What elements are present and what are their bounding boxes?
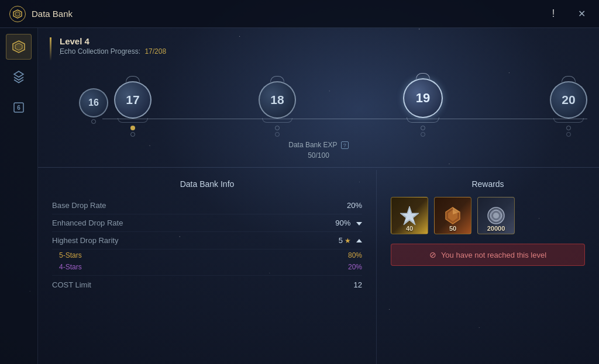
section-divider <box>38 167 599 168</box>
header-divider <box>50 37 51 61</box>
node-18-circle <box>275 132 280 137</box>
rewards-panel: Rewards 40 <box>377 170 599 364</box>
reward-1-count: 40 <box>406 225 413 232</box>
node-16-dot <box>91 119 96 124</box>
gem-brown-icon <box>441 204 464 227</box>
node-19-circle <box>421 132 425 137</box>
sidebar-item-rune[interactable]: 6 <box>6 95 32 120</box>
base-drop-label: Base Drop Rate <box>52 201 106 210</box>
enhanced-drop-row[interactable]: Enhanced Drop Rate 90% <box>52 214 362 232</box>
close-button[interactable]: ✕ <box>573 6 590 22</box>
enhanced-chevron-down-icon <box>356 222 362 226</box>
5stars-value: 80% <box>348 251 362 259</box>
info-panel: Data Bank Info Base Drop Rate 20% Enhanc… <box>38 170 377 364</box>
node-18-number: 18 <box>270 93 284 107</box>
star-crystal-icon <box>398 204 421 227</box>
star-icon: ★ <box>345 237 351 245</box>
node-20-number: 20 <box>562 93 575 107</box>
base-drop-value: 20% <box>347 201 362 210</box>
level-label: Level 4 <box>60 36 166 46</box>
topbar-title: Data Bank <box>32 9 73 19</box>
nodes-container: 17 18 <box>114 73 587 137</box>
node-17-number: 17 <box>126 93 139 107</box>
topbar-right: ! ✕ <box>545 6 590 22</box>
node-16: 16 <box>79 88 108 124</box>
reward-item-2[interactable]: 50 <box>434 197 471 234</box>
node-17-circle <box>130 132 135 137</box>
svg-point-13 <box>493 213 499 219</box>
svg-marker-1 <box>15 12 20 16</box>
sidebar-item-layers[interactable] <box>6 64 32 90</box>
cost-limit-label: COST Limit <box>52 280 91 289</box>
base-drop-row: Base Drop Rate 20% <box>52 197 362 214</box>
progress-label: Echo Collection Progress: 17/208 <box>60 47 166 56</box>
exp-label: Data Bank EXP ? <box>288 141 349 149</box>
not-reached-text: You have not reached this level <box>441 251 546 259</box>
rewards-items: 40 50 <box>391 197 585 234</box>
4stars-row: 4-Stars 20% <box>52 261 362 273</box>
bottom-split: Data Bank Info Base Drop Rate 20% Enhanc… <box>38 170 599 364</box>
node-19[interactable]: 19 <box>403 73 443 137</box>
cost-limit-value: 12 <box>354 280 362 289</box>
5stars-row: 5-Stars 80% <box>52 249 362 261</box>
node-20[interactable]: 20 <box>550 76 587 137</box>
5stars-label: 5-Stars <box>59 251 82 259</box>
reward-box-1: 40 <box>391 197 428 234</box>
cost-limit-row: COST Limit 12 <box>52 275 362 293</box>
exp-section: Data Bank EXP ? 50/100 <box>38 139 599 165</box>
reward-item-3[interactable]: 20000 <box>477 197 515 234</box>
enhanced-drop-label: Enhanced Drop Rate <box>52 219 123 227</box>
highest-rarity-value: 5 ★ <box>339 236 362 245</box>
highest-rarity-label: Highest Drop Rarity <box>52 236 118 245</box>
info-button[interactable]: ! <box>545 6 562 22</box>
reward-item-1[interactable]: 40 <box>391 197 428 234</box>
node-19-dot <box>421 126 425 130</box>
enhanced-drop-value: 90% <box>335 219 362 227</box>
node-17[interactable]: 17 <box>114 76 152 137</box>
progress-track: 16 17 <box>79 61 593 137</box>
exp-info-icon[interactable]: ? <box>341 141 349 149</box>
svg-marker-3 <box>15 43 22 50</box>
exp-value: 50/100 <box>308 151 329 160</box>
header-section: Level 4 Echo Collection Progress: 17/208 <box>38 28 599 61</box>
not-reached-icon: ⊘ <box>429 250 436 259</box>
reward-box-3: 20000 <box>477 197 515 234</box>
reward-2-count: 50 <box>449 225 456 232</box>
reward-box-2: 50 <box>434 197 471 234</box>
main-layout: 6 Level 4 Echo Collection Progress: 17/2… <box>0 28 599 364</box>
node-16-number: 16 <box>88 98 99 108</box>
header-info: Level 4 Echo Collection Progress: 17/208 <box>60 36 166 56</box>
content-area: Level 4 Echo Collection Progress: 17/208… <box>38 28 599 364</box>
not-reached-button: ⊘ You have not reached this level <box>391 244 585 266</box>
4stars-label: 4-Stars <box>59 263 82 271</box>
shell-icon <box>484 204 508 227</box>
node-17-dot <box>130 126 135 130</box>
node-18[interactable]: 18 <box>259 76 296 137</box>
rewards-title: Rewards <box>391 179 585 189</box>
node-20-circle <box>566 132 571 137</box>
svg-text:6: 6 <box>17 105 20 111</box>
node-18-dot <box>275 126 280 130</box>
node-19-number: 19 <box>416 91 430 106</box>
reward-3-count: 20000 <box>487 225 505 232</box>
highest-rarity-row[interactable]: Highest Drop Rarity 5 ★ <box>52 232 362 249</box>
data-bank-icon <box>9 6 26 22</box>
sidebar: 6 <box>0 28 38 364</box>
topbar-left: Data Bank <box>9 6 73 22</box>
topbar: Data Bank ! ✕ <box>0 0 599 28</box>
sidebar-item-databank[interactable] <box>6 34 32 60</box>
info-panel-title: Data Bank Info <box>52 179 362 189</box>
node-20-dot <box>566 126 571 130</box>
rarity-chevron-up-icon <box>356 239 362 242</box>
4stars-value: 20% <box>348 263 362 271</box>
